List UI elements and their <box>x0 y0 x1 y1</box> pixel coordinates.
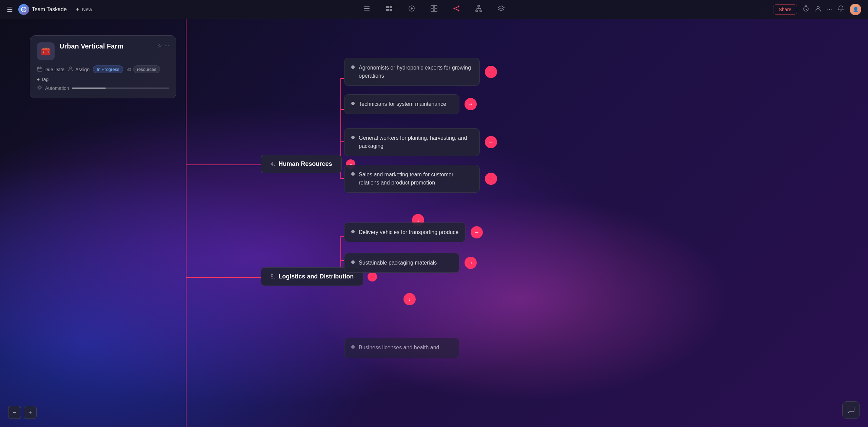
topbar-left: ☰ Team Taskade ＋ New <box>7 4 95 15</box>
add-tag-label: + Tag <box>37 77 48 82</box>
hr-node-number: 4. <box>271 161 275 167</box>
logistics-expand-down-arrow[interactable]: ↓ <box>403 293 416 305</box>
topbar-center <box>95 3 773 16</box>
card-view-icon[interactable] <box>383 3 395 16</box>
svg-point-9 <box>411 7 413 9</box>
hr-child-3-dot <box>351 136 355 139</box>
list-view-icon[interactable] <box>361 3 373 16</box>
task-card: 🧰 Urban Vertical Farm ☆ ··· Due Date Ass… <box>30 35 176 98</box>
hr-child-3-arrow[interactable]: → <box>485 136 497 148</box>
logistics-child-2-arrow[interactable]: → <box>465 257 477 269</box>
svg-rect-20 <box>476 10 478 12</box>
svg-point-14 <box>457 6 459 7</box>
logistics-child-1-arrow[interactable]: → <box>471 226 483 238</box>
svg-rect-13 <box>434 9 437 12</box>
avatar[interactable]: 👤 <box>850 4 861 15</box>
svg-point-15 <box>453 8 455 9</box>
new-label: New <box>82 6 92 12</box>
grid-view-icon[interactable] <box>428 3 440 16</box>
hr-child-4-arrow[interactable]: → <box>485 173 497 185</box>
hr-child-2-dot <box>351 102 355 105</box>
svg-rect-7 <box>390 9 392 11</box>
logistics-child-2-dot <box>351 260 355 264</box>
bottom-partial-node-group: Business licenses and health and... <box>344 338 459 358</box>
hr-child-4-node: Sales and marketing team for customer re… <box>344 165 480 193</box>
zoom-out-button[interactable]: − <box>8 406 21 419</box>
automation-row: Automation <box>37 85 169 91</box>
tag-badge: resources <box>133 65 160 73</box>
svg-rect-4 <box>386 6 389 8</box>
hr-child-2-arrow[interactable]: → <box>465 98 477 110</box>
hr-category-node[interactable]: 4. Human Resources <box>261 155 342 173</box>
svg-line-18 <box>455 9 458 10</box>
logistics-child-2-node: Sustainable packaging materials → <box>344 253 459 273</box>
svg-rect-5 <box>390 6 392 8</box>
app-logo: Team Taskade <box>18 4 67 15</box>
svg-rect-6 <box>386 9 389 11</box>
assign-item[interactable]: Assign <box>68 66 90 73</box>
card-more-icon[interactable]: ··· <box>165 43 169 49</box>
assign-label: Assign <box>75 67 90 72</box>
task-card-header: 🧰 Urban Vertical Farm ☆ ··· <box>37 42 169 60</box>
logistics-child-1-dot <box>351 230 355 233</box>
hr-child-4-group: Sales and marketing team for customer re… <box>344 165 480 193</box>
topbar-icons: ··· 👤 <box>803 4 861 15</box>
svg-rect-32 <box>37 67 42 71</box>
topbar-right: Share ··· 👤 <box>773 4 861 15</box>
circle-view-icon[interactable] <box>406 3 417 16</box>
task-card-actions: ☆ ··· <box>157 42 169 49</box>
svg-rect-12 <box>431 9 434 12</box>
hr-child-2-node: Technicians for system maintenance → <box>344 94 459 114</box>
svg-point-36 <box>70 67 72 69</box>
logistics-child-2-group: Sustainable packaging materials → <box>344 253 459 273</box>
star-icon[interactable]: ☆ <box>157 42 162 49</box>
progress-bar-fill <box>72 88 106 89</box>
bell-icon[interactable] <box>837 5 844 14</box>
hr-child-1-text: Agronomists or hydroponic experts for gr… <box>359 64 473 80</box>
task-meta: Due Date Assign In Progress 🏷 resources … <box>37 65 169 82</box>
hr-child-3-text: General workers for planting, harvesting… <box>359 134 473 150</box>
logistics-child-2-text: Sustainable packaging materials <box>359 259 437 267</box>
hr-child-3-group: General workers for planting, harvesting… <box>344 128 480 156</box>
bottom-partial-node: Business licenses and health and... <box>344 338 459 358</box>
share-view-icon[interactable] <box>451 3 462 16</box>
svg-rect-10 <box>431 5 434 8</box>
logistics-child-1-text: Delivery vehicles for transporting produ… <box>359 228 458 236</box>
add-tag-item[interactable]: + Tag <box>37 77 48 82</box>
due-date-label: Due Date <box>44 67 64 72</box>
topbar: ☰ Team Taskade ＋ New <box>0 0 868 19</box>
canvas: 🧰 Urban Vertical Farm ☆ ··· Due Date Ass… <box>0 19 868 427</box>
hierarchy-view-icon[interactable] <box>473 3 485 16</box>
hr-node-group: 4. Human Resources − <box>261 155 355 173</box>
due-date-item[interactable]: Due Date <box>37 66 64 73</box>
bottom-partial-text: Business licenses and health and... <box>359 344 444 352</box>
tag-item[interactable]: 🏷 resources <box>126 65 160 73</box>
status-badge: In Progress <box>93 65 123 73</box>
new-button[interactable]: ＋ New <box>72 5 95 14</box>
bottom-bar: − + <box>8 406 37 419</box>
chat-button[interactable] <box>842 401 860 419</box>
task-title-area: Urban Vertical Farm <box>59 42 153 50</box>
zoom-in-button[interactable]: + <box>24 406 37 419</box>
more-icon[interactable]: ··· <box>827 6 832 13</box>
app-name: Team Taskade <box>32 6 67 13</box>
automation-icon <box>37 85 42 91</box>
hr-child-1-dot <box>351 65 355 69</box>
svg-point-27 <box>817 6 819 9</box>
logistics-collapse-button[interactable]: − <box>368 272 377 282</box>
hr-child-4-text: Sales and marketing team for customer re… <box>359 171 473 187</box>
status-item[interactable]: In Progress <box>93 65 123 73</box>
svg-line-17 <box>455 7 458 8</box>
task-title: Urban Vertical Farm <box>59 42 153 50</box>
svg-rect-21 <box>480 10 482 12</box>
svg-rect-1 <box>364 6 370 7</box>
share-button[interactable]: Share <box>773 4 797 15</box>
layers-view-icon[interactable] <box>495 3 507 16</box>
logistics-child-1-node: Delivery vehicles for transporting produ… <box>344 222 466 242</box>
svg-point-16 <box>457 10 459 12</box>
person-icon[interactable] <box>815 5 822 14</box>
hr-child-1-arrow[interactable]: → <box>485 66 497 78</box>
timer-icon[interactable] <box>803 5 809 14</box>
menu-icon[interactable]: ☰ <box>7 5 13 14</box>
svg-rect-2 <box>364 8 370 9</box>
